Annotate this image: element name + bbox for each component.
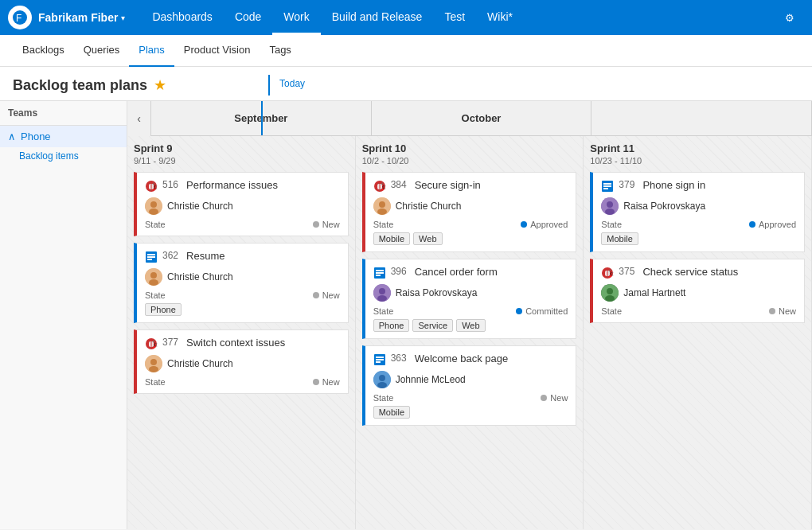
state-value: Approved — [521, 220, 568, 229]
tag[interactable]: Web — [413, 232, 442, 245]
story-icon — [373, 267, 386, 279]
assignee-name: Jamal Hartnett — [623, 287, 685, 298]
tag[interactable]: Mobile — [373, 406, 410, 419]
work-card-0-1[interactable]: 362 Resume Christie Church State New Pho… — [134, 243, 349, 323]
svg-point-49 — [607, 201, 613, 208]
card-tags: Phone — [145, 303, 340, 316]
sprint-column-1: Sprint 10 10/2 - 10/20 🐞 384 Secure sign… — [356, 136, 584, 529]
svg-rect-47 — [603, 188, 608, 189]
brand-name[interactable]: Fabrikam Fiber — [38, 11, 118, 24]
state-value: New — [313, 220, 340, 229]
card-state-row: State Approved — [601, 220, 796, 229]
card-assignee-row: Christie Church — [373, 197, 568, 215]
sub-navigation: Backlogs Queries Plans Product Vision Ta… — [0, 35, 812, 67]
tag[interactable]: Service — [412, 319, 453, 332]
today-line — [261, 101, 263, 135]
sidebar-team-item[interactable]: ∧ Phone — [0, 126, 127, 147]
timeline-body: Sprint 9 9/11 - 9/29 🐞 516 Performance i… — [127, 136, 812, 529]
work-card-1-0[interactable]: 🐞 384 Secure sign-in Christie Church Sta… — [362, 172, 577, 252]
card-title: Performance issues — [186, 179, 278, 191]
card-assignee-row: Raisa Pokrovskaya — [601, 197, 796, 215]
svg-rect-40 — [376, 361, 381, 363]
card-assignee-row: Christie Church — [145, 355, 340, 372]
card-state-row: State Approved — [373, 220, 568, 229]
sidebar-backlog-link[interactable]: Backlog items — [0, 147, 127, 165]
svg-rect-10 — [147, 254, 155, 255]
top-nav-items: Dashboards Code Work Build and Release T… — [141, 0, 524, 35]
svg-rect-46 — [603, 185, 611, 187]
svg-rect-5 — [150, 184, 152, 189]
work-card-1-2[interactable]: 363 Welcome back page Johnnie McLeod Sta… — [362, 345, 577, 426]
svg-rect-54 — [607, 271, 608, 276]
avatar — [373, 284, 391, 302]
state-value: Approved — [749, 220, 796, 229]
timeline-content: Sprint 9 9/11 - 9/29 🐞 516 Performance i… — [127, 136, 812, 529]
card-title: Resume — [186, 250, 224, 262]
state-value: New — [313, 290, 340, 300]
nav-work[interactable]: Work — [272, 0, 320, 35]
timeline-prev-button[interactable]: ‹ — [127, 101, 151, 136]
story-icon — [373, 353, 386, 366]
tag[interactable]: Phone — [373, 319, 410, 332]
favorite-star-icon[interactable]: ★ — [154, 76, 166, 94]
work-card-1-1[interactable]: 396 Cancel order form Raisa Pokrovskaya … — [362, 259, 577, 339]
subnav-tags[interactable]: Tags — [260, 35, 300, 67]
timeline-month-september: September — [151, 101, 372, 135]
nav-dashboards[interactable]: Dashboards — [141, 0, 224, 35]
top-navigation: F Fabrikam Fiber ▾ Dashboards Code Work … — [0, 0, 812, 35]
subnav-product-vision[interactable]: Product Vision — [174, 35, 260, 67]
state-dot — [516, 308, 522, 314]
avatar — [145, 268, 162, 286]
state-label: State — [373, 220, 394, 229]
card-title: Secure sign-in — [415, 179, 481, 191]
svg-point-50 — [605, 208, 615, 215]
work-card-0-2[interactable]: 🐞 377 Switch context issues Christie Chu… — [134, 329, 349, 394]
settings-button[interactable]: ⚙ — [775, 3, 804, 32]
card-assignee-row: Raisa Pokrovskaya — [373, 284, 568, 302]
state-label: State — [373, 393, 394, 403]
avatar — [601, 197, 619, 215]
nav-build-release[interactable]: Build and Release — [321, 0, 434, 35]
card-assignee-row: Jamal Hartnett — [601, 284, 796, 302]
work-card-2-1[interactable]: 🐞 375 Check service status Jamal Hartnet… — [590, 259, 805, 323]
tag[interactable]: Mobile — [373, 232, 410, 245]
tag[interactable]: Mobile — [601, 232, 638, 245]
assignee-name: Christie Church — [396, 201, 462, 212]
story-icon — [145, 251, 158, 263]
card-num: 377 — [162, 337, 178, 348]
tag[interactable]: Web — [456, 319, 485, 332]
team-name-label: Phone — [21, 131, 51, 142]
work-card-0-0[interactable]: 🐞 516 Performance issues Christie Church… — [134, 172, 349, 236]
nav-wiki[interactable]: Wiki* — [476, 0, 524, 35]
assignee-name: Johnnie McLeod — [396, 374, 466, 385]
timeline-month-october: October — [372, 101, 592, 135]
brand-chevron-icon[interactable]: ▾ — [121, 14, 125, 22]
subnav-queries[interactable]: Queries — [74, 35, 130, 67]
today-button[interactable]: Today — [279, 75, 305, 92]
card-title-row: 🐞 377 Switch context issues — [145, 337, 340, 350]
card-state-row: State New — [145, 290, 340, 300]
card-assignee-row: Johnnie McLeod — [373, 371, 568, 388]
svg-rect-19 — [150, 341, 152, 347]
svg-point-35 — [379, 288, 385, 294]
work-card-2-0[interactable]: 379 Phone sign in Raisa Pokrovskaya Stat… — [590, 172, 805, 252]
assignee-name: Christie Church — [167, 358, 233, 369]
svg-point-42 — [379, 375, 385, 381]
svg-point-8 — [149, 208, 158, 215]
assignee-name: Raisa Pokrovskaya — [396, 287, 478, 298]
page-title: Backlog team plans — [13, 77, 147, 94]
nav-code[interactable]: Code — [224, 0, 272, 35]
svg-point-22 — [149, 366, 158, 372]
tag[interactable]: Phone — [145, 303, 182, 316]
subnav-backlogs[interactable]: Backlogs — [13, 35, 74, 67]
card-num: 384 — [391, 179, 407, 190]
subnav-plans[interactable]: Plans — [129, 35, 174, 67]
sprint-header-0: Sprint 9 9/11 - 9/29 — [134, 142, 349, 166]
nav-test[interactable]: Test — [433, 0, 476, 35]
card-state-row: State New — [601, 306, 796, 316]
app-logo[interactable]: F — [8, 6, 32, 29]
state-value: Committed — [516, 306, 568, 316]
assignee-name: Raisa Pokrovskaya — [623, 201, 705, 212]
card-tags: PhoneServiceWeb — [373, 319, 568, 332]
avatar — [145, 197, 162, 215]
